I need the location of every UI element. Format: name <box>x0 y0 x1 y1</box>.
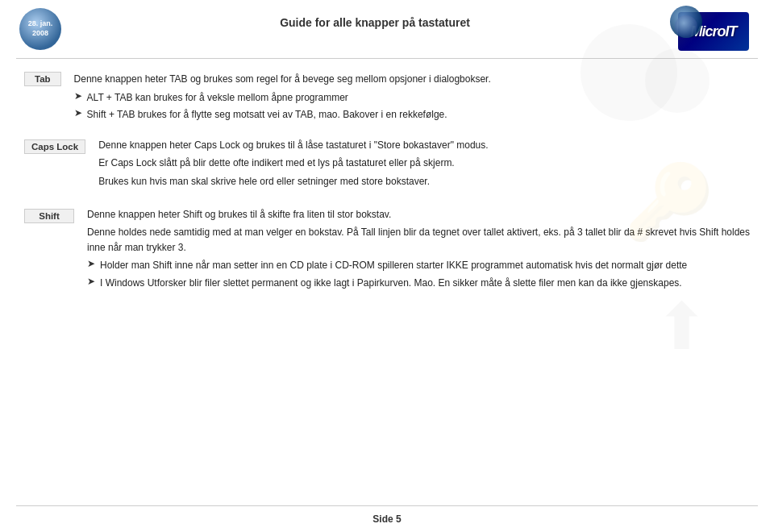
shift-bullet-1: ➤ Holder man Shift inne når man setter i… <box>87 258 750 273</box>
footer-divider <box>16 505 758 506</box>
footer-page-label: Side 5 <box>372 513 401 525</box>
date-badge: 28. jan. 2008 <box>19 8 61 50</box>
watermark-figure-2: ⬆ <box>629 274 734 379</box>
header-date: 28. jan. 2008 <box>19 19 61 38</box>
tab-bullet-1-text: ALT + TAB kan brukes for å veksle mellom… <box>87 90 348 106</box>
caps-lock-label: Caps Lock <box>24 139 85 154</box>
shift-bullet-2-text: I Windows Utforsker blir filer slettet p… <box>100 276 682 291</box>
page: 🔑 ⬆ 28. jan. 2008 Guide for alle knapper… <box>0 0 774 532</box>
arrow-icon-4: ➤ <box>87 276 95 287</box>
footer: Side 5 <box>0 505 774 526</box>
header: 28. jan. 2008 Guide for alle knapper på … <box>0 0 774 58</box>
shift-bullet-1-text: Holder man Shift inne når man setter inn… <box>100 258 687 273</box>
logo-box: MicroIT <box>678 12 749 51</box>
arrow-icon-3: ➤ <box>87 258 95 269</box>
logo-circle-front <box>675 15 697 38</box>
arrow-icon-1: ➤ <box>74 90 82 102</box>
header-logo: MicroIT <box>677 11 750 52</box>
tab-bullet-2-text: Shift + TAB brukes for å flytte seg mots… <box>87 107 447 123</box>
shift-label: Shift <box>24 209 74 223</box>
tab-section-label: Tab <box>24 72 61 86</box>
watermark-figure-1: 🔑 <box>613 145 726 258</box>
watermark-circle-2 <box>645 48 710 113</box>
header-title: Guide for alle knapper på tastaturet <box>73 11 677 29</box>
arrow-icon-2: ➤ <box>74 107 82 118</box>
